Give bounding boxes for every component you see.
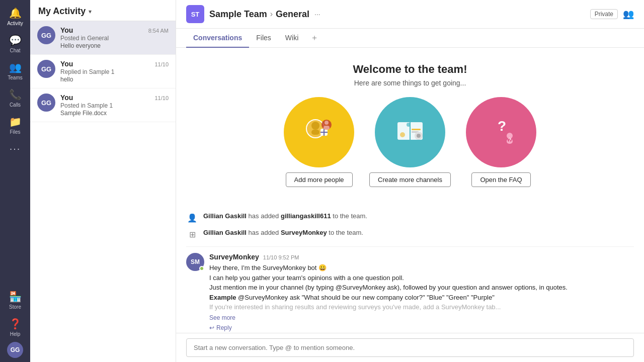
svg-point-16 — [407, 123, 411, 127]
svg-rect-2 — [311, 130, 319, 135]
nav-item-more[interactable]: ··· — [2, 140, 28, 157]
nav-label-activity: Activity — [7, 21, 23, 26]
store-icon: 🏪 — [9, 291, 22, 303]
nav-item-teams[interactable]: 👥 Teams — [2, 58, 28, 83]
activity-item-1[interactable]: GG You 11/10 Replied in Sample 1 hello — [30, 55, 176, 88]
channel-more-button[interactable]: ··· — [314, 10, 320, 18]
surveymonkey-line-3: Example @SurveyMonkey ask "What should b… — [209, 293, 634, 303]
message-block-surveymonkey: SM SurveyMonkey 11/10 9:52 PM Hey there,… — [186, 246, 634, 333]
message-input[interactable] — [186, 338, 634, 357]
surveymonkey-msg-header: SurveyMonkey 11/10 9:52 PM — [209, 253, 634, 261]
activity-icon: 🔔 — [9, 7, 22, 19]
open-faq-button[interactable]: Open the FAQ — [471, 172, 530, 187]
tab-conversations[interactable]: Conversations — [186, 29, 249, 48]
welcome-title: Welcome to the team! — [186, 63, 634, 76]
avatar-you-2: GG — [37, 94, 55, 112]
activity-sub-2: Posted in Sample 1 — [60, 102, 169, 109]
reply-button-surveymonkey[interactable]: ↩ Reply — [209, 324, 634, 331]
calls-icon: 📞 — [9, 88, 22, 101]
main-content: ST Sample Team › General ··· Private 👥 C… — [176, 0, 644, 362]
surveymonkey-line-4: If you're interested in sharing results … — [209, 302, 634, 312]
activity-time-1: 11/10 — [154, 61, 169, 67]
nav-item-store[interactable]: 🏪 Store — [2, 288, 28, 313]
nav-label-store: Store — [9, 304, 21, 310]
svg-point-1 — [311, 122, 319, 130]
activity-content-1: You 11/10 Replied in Sample 1 hello — [60, 60, 169, 83]
tabs-bar: Conversations Files Wiki ＋ — [176, 29, 644, 48]
reply-icon: ↩ — [209, 324, 214, 331]
surveymonkey-msg-body: SurveyMonkey 11/10 9:52 PM Hey there, I'… — [209, 253, 634, 331]
nav-label-files: Files — [10, 129, 20, 135]
nav-item-calls[interactable]: 📞 Calls — [2, 85, 28, 111]
tab-files[interactable]: Files — [249, 29, 278, 48]
surveymonkey-name: SurveyMonkey — [209, 253, 259, 261]
channel-breadcrumb: Sample Team › General ··· — [209, 9, 320, 20]
avatar-you-1: GG — [37, 60, 55, 78]
svg-point-15 — [400, 132, 405, 137]
add-person-icon-0: 👤 — [186, 213, 198, 223]
message-input-bar — [176, 333, 644, 362]
more-icon: ··· — [10, 143, 21, 154]
svg-point-7 — [325, 121, 329, 125]
activity-name-row-1: You 11/10 — [60, 60, 169, 68]
nav-label-teams: Teams — [8, 75, 22, 80]
team-name: Sample Team — [209, 9, 267, 20]
activity-item-2[interactable]: GG You 11/10 Posted in Sample 1 Sample F… — [30, 88, 176, 122]
team-icon: ST — [186, 5, 204, 23]
welcome-section: Welcome to the team! Here are some thing… — [186, 58, 634, 209]
people-icon[interactable]: 👥 — [623, 9, 634, 20]
activity-header: My Activity ▾ — [30, 0, 176, 21]
online-indicator — [199, 266, 204, 271]
activity-item-0[interactable]: GG You 8:54 AM Posted in General Hello e… — [30, 21, 176, 55]
welcome-card-channels: Create more channels — [369, 97, 451, 187]
surveymonkey-time: 11/10 9:52 PM — [263, 254, 299, 260]
add-more-people-button[interactable]: Add more people — [286, 172, 353, 187]
activity-msg-1: hello — [60, 76, 169, 83]
activity-content-2: You 11/10 Posted in Sample 1 Sample File… — [60, 94, 169, 117]
nav-item-help[interactable]: ❓ Help — [2, 315, 28, 340]
create-more-channels-button[interactable]: Create more channels — [369, 172, 451, 187]
surveymonkey-line-0: Hey there, I'm the SurveyMonkey bot 😀 — [209, 263, 634, 273]
nav-item-chat[interactable]: 💬 Chat — [2, 31, 28, 56]
activity-panel-title: My Activity — [38, 6, 86, 17]
activity-log-item-0: 👤 Gillian Gaskill has added gilliangaski… — [186, 209, 634, 226]
activity-log-text-1: Gillian Gaskill has added SurveyMonkey t… — [203, 229, 363, 236]
svg-point-14 — [417, 134, 421, 138]
activity-log-item-1: ⊞ Gillian Gaskill has added SurveyMonkey… — [186, 226, 634, 242]
surveymonkey-line-2: Just mention me in your channel (by typi… — [209, 283, 634, 293]
channel-header-left: ST Sample Team › General ··· — [186, 5, 320, 23]
add-tab-button[interactable]: ＋ — [305, 29, 324, 47]
welcome-card-faq: ? ? Open the FAQ — [466, 97, 536, 187]
tab-wiki[interactable]: Wiki — [278, 29, 305, 48]
activity-sub-1: Replied in Sample 1 — [60, 68, 169, 75]
see-more-link[interactable]: See more — [209, 314, 634, 321]
svg-rect-8 — [324, 126, 330, 130]
nav-label-chat: Chat — [10, 48, 20, 53]
nav-label-calls: Calls — [10, 102, 21, 108]
activity-log-text-0: Gillian Gaskill has added gilliangaskill… — [203, 212, 367, 220]
activity-name-row-2: You 11/10 — [60, 94, 169, 102]
activity-name-2: You — [60, 94, 73, 102]
nav-item-activity[interactable]: 🔔 Activity — [2, 4, 28, 29]
surveymonkey-line-1: I can help you gather your team's opinio… — [209, 273, 634, 283]
welcome-sub: Here are some things to get going... — [186, 79, 634, 87]
channel-name: General — [276, 9, 309, 20]
svg-text:?: ? — [508, 137, 511, 143]
private-badge[interactable]: Private — [590, 9, 618, 19]
teams-icon: 👥 — [9, 61, 22, 73]
activity-content-0: You 8:54 AM Posted in General Hello ever… — [60, 26, 169, 49]
user-avatar-nav[interactable]: GG — [7, 342, 23, 358]
activity-dropdown-arrow[interactable]: ▾ — [89, 8, 92, 15]
activity-time-2: 11/10 — [154, 95, 169, 101]
channel-header: ST Sample Team › General ··· Private 👥 — [176, 0, 644, 29]
activity-name-0: You — [60, 26, 73, 34]
nav-item-files[interactable]: 📁 Files — [2, 113, 28, 138]
activity-name-1: You — [60, 60, 73, 68]
svg-text:?: ? — [498, 118, 506, 134]
surveymonkey-avatar: SM — [186, 253, 204, 271]
nav-label-help: Help — [10, 331, 21, 337]
svg-rect-11 — [412, 129, 421, 130]
activity-panel: My Activity ▾ GG You 8:54 AM Posted in G… — [30, 0, 176, 362]
activity-name-row-0: You 8:54 AM — [60, 26, 169, 34]
card-circle-faq: ? ? — [466, 97, 536, 167]
